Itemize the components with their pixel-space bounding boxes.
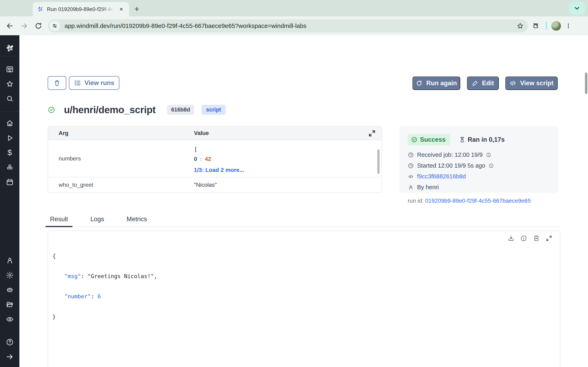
- value-cell-scrollbar[interactable]: [377, 150, 380, 174]
- array-open-bracket: [: [194, 146, 244, 153]
- sidebar-item-search[interactable]: [0, 91, 19, 106]
- args-table-header: Arg Value: [48, 127, 381, 140]
- bookmark-button[interactable]: [515, 20, 526, 32]
- sidebar-expand-button[interactable]: [0, 350, 19, 364]
- robot-icon: [6, 286, 14, 294]
- help-icon: [6, 338, 14, 346]
- sidebar-item-home[interactable]: [0, 116, 19, 131]
- back-arrow-icon: [6, 22, 13, 30]
- args-table: Arg Value numbers [ 0 : 42 1/3: Load 2 m…: [48, 126, 382, 193]
- url-bar[interactable]: app.windmill.dev/run/019209b9-89e0-f29f-…: [48, 19, 528, 33]
- sidebar-divider: [0, 56, 19, 56]
- json-key-number: "number": [64, 293, 91, 300]
- new-tab-button[interactable]: +: [132, 4, 141, 13]
- tab-close-icon[interactable]: ×: [118, 6, 125, 13]
- folder-icon: [6, 300, 14, 309]
- profile-avatar[interactable]: [551, 21, 561, 31]
- page-scrollbar[interactable]: [585, 73, 587, 94]
- run-id-label: run id:: [408, 198, 425, 204]
- list-icon: [74, 79, 81, 87]
- tab-title: Run 019209b9-89e0-f29f-4c: [47, 6, 114, 12]
- browser-tab[interactable]: Run 019209b9-89e0-f29f-4c ×: [33, 2, 129, 16]
- success-check-icon: [48, 106, 55, 114]
- back-button[interactable]: [4, 20, 16, 32]
- sidebar-item-users[interactable]: [0, 253, 19, 268]
- sidebar-item-resources[interactable]: [0, 160, 19, 175]
- search-icon: [6, 95, 14, 103]
- sidebar-item-help[interactable]: [0, 335, 19, 350]
- site-info-button[interactable]: [49, 21, 60, 31]
- eye-icon: [6, 315, 14, 323]
- json-close-brace: }: [52, 313, 157, 320]
- json-value-number: 6: [98, 293, 101, 300]
- run-id-link[interactable]: 019209b9-89e0-f29f-4c55-667baece9e65: [425, 198, 531, 204]
- sidebar-item-schedules[interactable]: [0, 175, 19, 189]
- chevron-down-icon: [574, 5, 580, 11]
- load-more-link[interactable]: 1/3: Load 2 more...: [194, 167, 244, 173]
- browser-menu-button[interactable]: [563, 20, 574, 32]
- info-icon[interactable]: [486, 152, 491, 158]
- sidebar-item-folders[interactable]: [0, 297, 19, 312]
- tab-logs[interactable]: Logs: [88, 214, 107, 226]
- arrow-right-icon: [6, 353, 14, 361]
- status-label: Success: [420, 136, 446, 143]
- info-icon[interactable]: [489, 163, 494, 168]
- download-result-button[interactable]: [507, 235, 515, 242]
- extensions-puzzle-icon: [532, 22, 539, 29]
- sidebar-item-workers[interactable]: [0, 283, 19, 297]
- forward-arrow-icon: [20, 22, 28, 30]
- sidebar-item-favorites[interactable]: [0, 77, 19, 91]
- pencil-icon: [472, 80, 478, 86]
- edit-button[interactable]: Edit: [467, 76, 499, 90]
- info-icon: [520, 235, 527, 242]
- reload-icon: [35, 22, 42, 30]
- sidebar-item-audit-logs[interactable]: [0, 312, 19, 327]
- extensions-button[interactable]: [530, 20, 541, 32]
- run-info-card: Success Ran in 0,17s Received job: 12:00…: [399, 126, 558, 193]
- copy-result-button[interactable]: [533, 235, 540, 242]
- url-text[interactable]: app.windmill.dev/run/019209b9-89e0-f29f-…: [65, 22, 515, 29]
- result-tabs: Result Logs Metrics: [48, 214, 561, 227]
- sidebar-item-settings[interactable]: [0, 268, 19, 283]
- sidebar-item-apps[interactable]: [0, 62, 19, 77]
- window-chevron-button[interactable]: [569, 2, 585, 15]
- tab-metrics[interactable]: Metrics: [124, 214, 149, 226]
- script-hash-line: f9cc3f6882616b8d: [408, 173, 550, 180]
- delete-run-button[interactable]: [48, 76, 66, 90]
- arg-value-who-to-greet: "Nicolas": [194, 182, 217, 188]
- browser-toolbar: app.windmill.dev/run/019209b9-89e0-f29f-…: [0, 16, 588, 35]
- refresh-icon: [416, 80, 423, 87]
- star-icon: [6, 80, 14, 88]
- array-index[interactable]: 0: [194, 156, 197, 162]
- json-value-msg: "Greetings Nicolas!",: [87, 273, 157, 279]
- received-job-text: Received job: 12:00 19/9: [417, 151, 483, 158]
- result-json: { "msg": "Greetings Nicolas!", "number":…: [52, 239, 157, 333]
- json-open-brace: {: [52, 253, 157, 259]
- run-page: View runs Run again Edit View script u/h…: [19, 35, 588, 367]
- windmill-favicon: [37, 6, 44, 13]
- result-info-button[interactable]: [520, 235, 527, 242]
- windmill-logo[interactable]: [0, 41, 19, 56]
- expand-result-button[interactable]: [545, 235, 553, 242]
- dollar-icon: $: [8, 149, 12, 157]
- home-icon: [6, 119, 14, 127]
- forward-button[interactable]: [18, 20, 30, 32]
- apps-icon: [6, 65, 14, 73]
- edit-label: Edit: [482, 80, 494, 87]
- reload-button[interactable]: [33, 20, 44, 32]
- status-badge: Success: [408, 134, 450, 145]
- cubes-icon: [6, 163, 14, 171]
- sidebar-item-variables[interactable]: $: [0, 145, 19, 160]
- run-again-button[interactable]: Run again: [412, 76, 460, 90]
- tab-result[interactable]: Result: [48, 214, 70, 226]
- view-runs-button[interactable]: View runs: [69, 76, 120, 90]
- script-hash-link[interactable]: f9cc3f6882616b8d: [417, 173, 466, 180]
- trash-icon: [53, 79, 61, 87]
- arg-value-numbers: [ 0 : 42 1/3: Load 2 more...: [194, 140, 244, 177]
- sidebar-item-runs[interactable]: [0, 131, 19, 145]
- by-text: By henri: [417, 184, 439, 191]
- expand-icon: [368, 129, 376, 137]
- view-script-button[interactable]: View script: [505, 76, 558, 90]
- download-icon: [508, 235, 515, 242]
- expand-args-button[interactable]: [368, 129, 376, 137]
